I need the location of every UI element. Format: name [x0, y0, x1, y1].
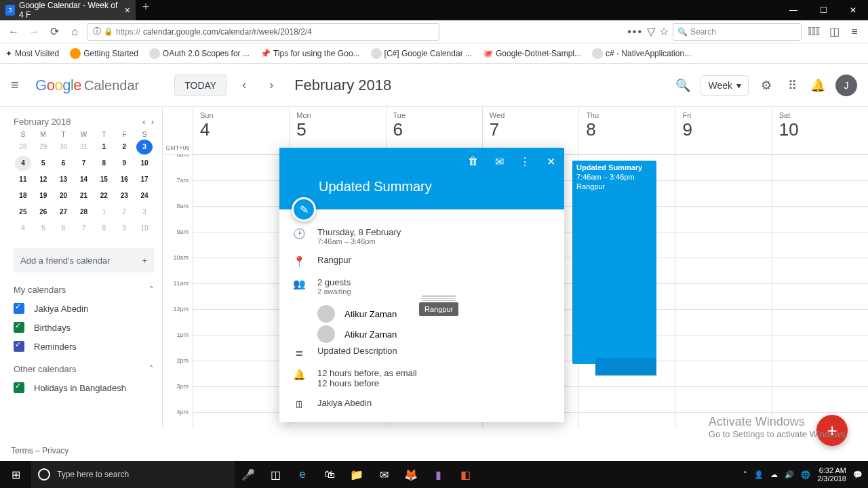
day-header[interactable]: Sat10 [772, 107, 868, 154]
pocket-icon[interactable]: ▽ [647, 25, 655, 38]
day-header[interactable]: Sun4 [193, 107, 289, 154]
start-button[interactable]: ⊞ [0, 468, 31, 481]
bookmark-item[interactable]: [C#] Google Calendar ... [371, 48, 472, 59]
forward-icon[interactable]: → [26, 24, 42, 40]
plus-icon[interactable]: + [142, 256, 147, 266]
mini-day[interactable]: 28 [75, 205, 92, 220]
sidebar-icon[interactable]: ◫ [826, 25, 842, 38]
window-minimize-icon[interactable]: — [778, 0, 808, 20]
home-icon[interactable]: ⌂ [66, 24, 83, 40]
mini-day[interactable]: 1 [96, 140, 112, 155]
mini-day[interactable]: 2 [116, 205, 132, 220]
library-icon[interactable]: 𝕀𝕀𝕀 [806, 25, 822, 38]
prev-week-button[interactable]: ‹ [235, 76, 254, 95]
time-cell[interactable] [772, 206, 868, 232]
today-button[interactable]: TODAY [174, 75, 226, 96]
event-block[interactable]: Updated Summary 7:46am – 3:46pm Rangpur [572, 161, 656, 364]
window-close-icon[interactable]: ✕ [838, 0, 868, 20]
firefox-icon[interactable]: 🦊 [397, 468, 425, 481]
my-calendars-toggle[interactable]: My calendars˄ [14, 285, 154, 295]
time-cell[interactable] [772, 155, 868, 180]
time-cell[interactable] [578, 412, 675, 427]
mini-day[interactable]: 1 [96, 205, 112, 220]
notifications-icon[interactable]: 🔔 [810, 78, 826, 93]
calendar-item[interactable]: Jakiya Abedin [14, 303, 154, 314]
time-cell[interactable] [193, 335, 289, 361]
time-cell[interactable] [772, 283, 868, 309]
window-maximize-icon[interactable]: ☐ [808, 0, 838, 20]
app-menu-icon[interactable]: ≡ [846, 26, 863, 38]
star-icon[interactable]: ☆ [659, 25, 669, 38]
mini-day[interactable]: 29 [35, 140, 52, 155]
mini-day[interactable]: 6 [56, 221, 72, 236]
mini-day[interactable]: 12 [35, 172, 52, 187]
checkbox-icon[interactable] [14, 322, 24, 333]
mini-day[interactable]: 13 [56, 172, 72, 187]
mini-day[interactable]: 30 [56, 140, 72, 155]
time-cell[interactable] [772, 386, 868, 412]
mini-day[interactable]: 9 [116, 156, 132, 171]
time-cell[interactable] [193, 361, 289, 386]
url-bar[interactable]: ⓘ 🔒 https://calendar.google.com/calendar… [87, 23, 439, 41]
settings-icon[interactable]: ⚙ [758, 78, 774, 93]
people-icon[interactable]: 👤 [754, 470, 764, 479]
time-cell[interactable] [675, 283, 771, 309]
time-cell[interactable] [675, 180, 771, 206]
tray-chevron-icon[interactable]: ˄ [743, 470, 747, 479]
mini-day[interactable]: 8 [96, 221, 112, 236]
mini-day[interactable]: 17 [136, 172, 153, 187]
mini-day[interactable]: 7 [75, 221, 92, 236]
time-cell[interactable] [675, 335, 771, 361]
mini-day[interactable]: 25 [15, 205, 31, 220]
mini-day[interactable]: 22 [96, 188, 112, 203]
mini-day[interactable]: 28 [15, 140, 31, 155]
time-cell[interactable] [193, 309, 289, 335]
more-vert-icon[interactable]: ⋮ [518, 155, 532, 168]
more-icon[interactable]: ••• [627, 26, 643, 38]
apps-icon[interactable]: ⠿ [784, 78, 800, 93]
edit-button[interactable]: ✎ [292, 197, 316, 222]
calendar-item[interactable]: Holidays in Bangladesh [14, 382, 154, 393]
mini-day[interactable]: 19 [35, 188, 52, 203]
time-cell[interactable] [772, 309, 868, 335]
mini-day[interactable]: 27 [56, 205, 72, 220]
terms-link[interactable]: Terms [11, 446, 33, 455]
search-icon[interactable]: 🔍 [675, 78, 691, 93]
close-tab-icon[interactable]: × [125, 5, 130, 16]
privacy-link[interactable]: Privacy [42, 446, 68, 455]
checkbox-icon[interactable] [14, 341, 24, 352]
time-cell[interactable] [193, 386, 289, 412]
browser-search[interactable]: 🔍 Search [673, 23, 802, 41]
bookmark-item[interactable]: OAuth 2.0 Scopes for ... [149, 48, 250, 59]
mini-day[interactable]: 14 [75, 172, 92, 187]
mini-day[interactable]: 24 [136, 188, 153, 203]
taskbar-clock[interactable]: 6:32 AM 2/3/2018 [817, 466, 846, 483]
cloud-icon[interactable]: ☁ [770, 470, 778, 479]
mini-day[interactable]: 5 [35, 156, 52, 171]
store-icon[interactable]: 🛍 [316, 468, 343, 481]
day-header[interactable]: Wed7 [482, 107, 578, 154]
time-cell[interactable] [772, 335, 868, 361]
mini-day[interactable]: 6 [56, 156, 72, 171]
reload-icon[interactable]: ⟳ [46, 24, 62, 40]
day-header[interactable]: Thu8 [578, 107, 675, 154]
time-cell[interactable] [193, 155, 289, 180]
day-header[interactable]: Fri9 [675, 107, 771, 154]
view-selector[interactable]: Week▾ [701, 75, 749, 96]
mini-next-icon[interactable]: › [151, 117, 154, 127]
time-cell[interactable] [193, 206, 289, 232]
time-cell[interactable] [193, 283, 289, 309]
taskbar-search[interactable]: Type here to search [31, 461, 235, 488]
bookmark-item[interactable]: 📌Tips for using the Goo... [260, 49, 360, 58]
time-cell[interactable] [193, 232, 289, 258]
bookmark-item[interactable]: 🐙Google-Dotnet-Sampl... [483, 49, 581, 58]
mini-day[interactable]: 23 [116, 188, 132, 203]
mic-icon[interactable]: 🎤 [235, 468, 262, 481]
mini-day[interactable]: 8 [96, 156, 112, 171]
mini-day[interactable]: 11 [15, 172, 31, 187]
mini-day[interactable]: 5 [35, 221, 52, 236]
mini-day[interactable]: 9 [116, 221, 132, 236]
mini-day[interactable]: 3 [136, 140, 153, 155]
time-cell[interactable] [675, 361, 771, 386]
time-cell[interactable] [675, 258, 771, 283]
